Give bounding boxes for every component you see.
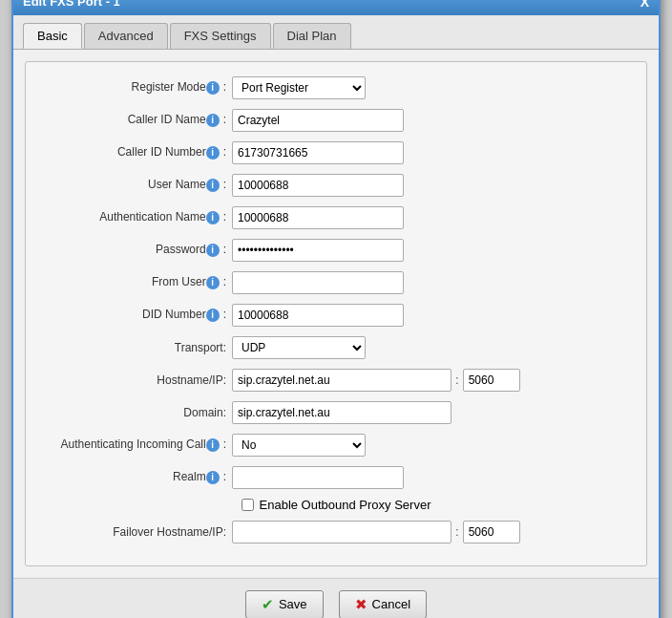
hostname-port-input[interactable] — [463, 369, 520, 392]
window-title: Edit FXS Port - 1 — [23, 0, 120, 9]
auth-incoming-label: Authenticating Incoming Calli: — [41, 437, 232, 452]
register-mode-select[interactable]: Port Register Global None — [232, 76, 366, 99]
caller-id-number-info-icon[interactable]: i — [206, 146, 220, 160]
footer: ✔ Save ✖ Cancel — [13, 578, 659, 619]
did-number-input[interactable] — [232, 304, 404, 327]
register-mode-row: Register Modei: Port Register Global Non… — [41, 75, 631, 100]
from-user-info-icon[interactable]: i — [206, 276, 220, 289]
from-user-input[interactable] — [232, 271, 404, 294]
failover-hostname-row: Failover Hostname/IP: : — [41, 520, 631, 544]
transport-label: Transport: — [41, 341, 232, 354]
realm-row: Realmi: — [41, 465, 631, 490]
save-icon: ✔ — [262, 596, 274, 613]
tab-basic[interactable]: Basic — [23, 23, 82, 49]
tab-advanced[interactable]: Advanced — [84, 23, 168, 49]
domain-row: Domain: — [41, 400, 631, 425]
cancel-icon: ✖ — [355, 596, 368, 613]
port-colon: : — [455, 373, 459, 387]
tab-dial-plan[interactable]: Dial Plan — [273, 23, 351, 49]
caller-id-name-row: Caller ID Namei: — [41, 108, 631, 133]
hostname-row: Hostname/IP: : — [41, 368, 631, 393]
user-name-info-icon[interactable]: i — [206, 179, 220, 192]
caller-id-number-label: Caller ID Numberi: — [41, 145, 232, 160]
realm-info-icon[interactable]: i — [206, 471, 220, 484]
auth-incoming-row: Authenticating Incoming Calli: No Yes — [41, 433, 631, 458]
did-number-row: DID Numberi: — [41, 303, 631, 328]
cancel-label: Cancel — [372, 597, 410, 611]
failover-hostname-label: Failover Hostname/IP: — [41, 525, 232, 539]
transport-row: Transport: UDP TCP TLS — [41, 335, 631, 360]
caller-id-name-info-icon[interactable]: i — [206, 114, 220, 127]
main-window: Edit FXS Port - 1 X Basic Advanced FXS S… — [11, 0, 661, 618]
auth-name-info-icon[interactable]: i — [206, 211, 220, 224]
password-input[interactable] — [232, 239, 404, 262]
register-mode-label: Register Modei: — [41, 80, 232, 95]
auth-incoming-info-icon[interactable]: i — [206, 438, 220, 452]
failover-input-group: : — [232, 521, 520, 543]
auth-name-label: Authentication Namei: — [41, 210, 232, 224]
password-info-icon[interactable]: i — [206, 244, 220, 257]
save-button[interactable]: ✔ Save — [245, 590, 324, 619]
password-label: Passwordi: — [41, 243, 232, 257]
tab-content: Register Modei: Port Register Global Non… — [13, 50, 659, 578]
from-user-label: From Useri: — [41, 275, 232, 289]
caller-id-number-input[interactable] — [232, 141, 404, 164]
did-number-info-icon[interactable]: i — [206, 309, 220, 322]
title-bar: Edit FXS Port - 1 X — [13, 0, 659, 15]
save-label: Save — [279, 597, 307, 611]
hostname-input-group: : — [232, 369, 520, 392]
failover-port-input[interactable] — [463, 521, 520, 543]
tab-fxs-settings[interactable]: FXS Settings — [170, 23, 271, 49]
auth-name-row: Authentication Namei: — [41, 205, 631, 230]
domain-input[interactable] — [232, 401, 452, 424]
close-button[interactable]: X — [640, 0, 649, 10]
form-panel: Register Modei: Port Register Global Non… — [25, 61, 647, 566]
cancel-button[interactable]: ✖ Cancel — [339, 590, 427, 619]
user-name-row: User Namei: — [41, 173, 631, 198]
did-number-label: DID Numberi: — [41, 308, 232, 322]
hostname-input[interactable] — [232, 369, 452, 392]
hostname-label: Hostname/IP: — [41, 373, 232, 387]
outbound-proxy-checkbox[interactable] — [242, 499, 254, 511]
realm-label: Realmi: — [41, 470, 232, 484]
failover-hostname-input[interactable] — [232, 521, 452, 543]
auth-incoming-select[interactable]: No Yes — [232, 434, 366, 457]
outbound-proxy-row: Enable Outbound Proxy Server — [41, 498, 631, 512]
failover-port-colon: : — [455, 524, 459, 539]
domain-label: Domain: — [41, 406, 232, 419]
from-user-row: From Useri: — [41, 270, 631, 295]
register-mode-info-icon[interactable]: i — [206, 81, 220, 95]
tab-bar: Basic Advanced FXS Settings Dial Plan — [13, 15, 659, 50]
outbound-proxy-label: Enable Outbound Proxy Server — [260, 498, 431, 512]
password-row: Passwordi: — [41, 238, 631, 263]
caller-id-number-row: Caller ID Numberi: — [41, 140, 631, 165]
caller-id-name-label: Caller ID Namei: — [41, 113, 232, 127]
transport-select[interactable]: UDP TCP TLS — [232, 336, 366, 359]
user-name-label: User Namei: — [41, 178, 232, 192]
user-name-input[interactable] — [232, 174, 404, 197]
caller-id-name-input[interactable] — [232, 109, 404, 132]
auth-name-input[interactable] — [232, 206, 404, 229]
realm-input[interactable] — [232, 466, 404, 489]
